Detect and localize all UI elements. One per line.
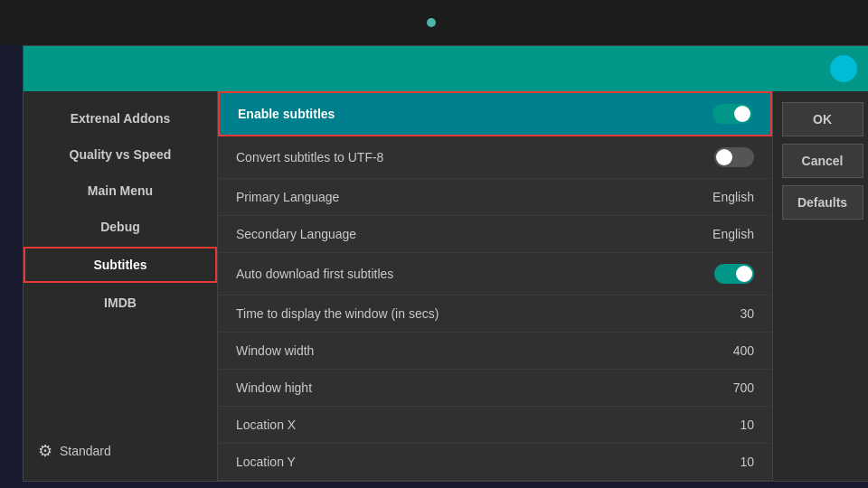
row-label-0: Enable subtitles: [238, 107, 335, 121]
toggle-knob-1: [716, 149, 732, 165]
sidebar-item-debug[interactable]: Debug: [24, 211, 217, 243]
row-label-5: Time to display the window (in secs): [236, 306, 439, 321]
toggle-4[interactable]: [714, 264, 754, 284]
cancel-button[interactable]: Cancel: [782, 144, 863, 178]
row-value-2: English: [712, 190, 754, 204]
sidebar-item-main-menu[interactable]: Main Menu: [24, 174, 217, 207]
gear-icon: ⚙: [38, 441, 52, 461]
row-label-9: Location Y: [236, 455, 296, 469]
dialog-sidebar: Extrenal AddonsQuality vs SpeedMain Menu…: [24, 91, 218, 481]
top-bar: [0, 0, 868, 45]
settings-row-1[interactable]: Convert subtitles to UTF-8: [218, 136, 772, 179]
row-label-2: Primary Language: [236, 190, 339, 204]
settings-row-7[interactable]: Window hight700: [218, 370, 772, 407]
sidebar-item-standard[interactable]: ⚙Standard: [24, 432, 217, 470]
toggle-1[interactable]: [714, 147, 754, 167]
row-value-3: English: [712, 227, 754, 241]
defaults-button[interactable]: Defaults: [782, 185, 863, 220]
settings-row-8[interactable]: Location X10: [218, 407, 772, 444]
settings-row-3[interactable]: Secondary LanguageEnglish: [218, 216, 772, 253]
dialog-titlebar: [24, 46, 868, 91]
sidebar-item-subtitles[interactable]: Subtitles: [24, 247, 217, 283]
dialog-actions: OKCancelDefaults: [772, 91, 868, 481]
ok-button[interactable]: OK: [782, 102, 863, 136]
settings-row-4[interactable]: Auto download first subtitles: [218, 253, 772, 296]
settings-row-6[interactable]: Window width400: [218, 333, 772, 370]
settings-row-9[interactable]: Location Y10: [218, 444, 772, 481]
row-label-1: Convert subtitles to UTF-8: [236, 150, 383, 164]
row-label-7: Window hight: [236, 380, 312, 395]
top-bar-center: [427, 18, 441, 27]
sidebar-item-imdb[interactable]: IMDB: [24, 286, 217, 319]
close-button[interactable]: [830, 55, 857, 82]
row-label-3: Secondary Language: [236, 227, 356, 241]
row-value-8: 10: [740, 418, 754, 432]
row-label-6: Window width: [236, 343, 314, 358]
settings-row-2[interactable]: Primary LanguageEnglish: [218, 179, 772, 216]
sidebar-item-quality-vs-speed[interactable]: Quality vs Speed: [24, 138, 217, 171]
settings-row-5[interactable]: Time to display the window (in secs)30: [218, 296, 772, 333]
channel-dot-icon: [427, 18, 436, 27]
sidebar-item-extrenal-addons[interactable]: Extrenal Addons: [24, 102, 217, 135]
row-value-7: 700: [733, 380, 754, 395]
row-value-5: 30: [740, 306, 754, 321]
row-label-8: Location X: [236, 418, 296, 432]
toggle-knob-0: [734, 106, 750, 122]
dialog-main-content[interactable]: Enable subtitlesConvert subtitles to UTF…: [218, 91, 772, 481]
toggle-knob-4: [736, 266, 752, 282]
dialog-body: Extrenal AddonsQuality vs SpeedMain Menu…: [24, 91, 868, 481]
row-label-4: Auto download first subtitles: [236, 267, 393, 281]
row-value-6: 400: [733, 343, 754, 358]
toggle-0[interactable]: [712, 104, 752, 124]
row-value-9: 10: [740, 455, 754, 469]
settings-row-0[interactable]: Enable subtitles: [218, 91, 772, 136]
settings-dialog: Extrenal AddonsQuality vs SpeedMain Menu…: [23, 45, 868, 482]
